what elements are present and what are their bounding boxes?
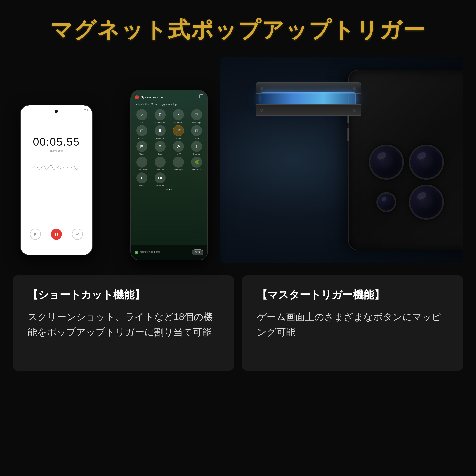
slidedown-icon: ↓ — [136, 157, 147, 168]
dot — [171, 189, 172, 190]
master-trigger-body: ゲーム画面上のさまざまなボタンにマッピング可能 — [257, 309, 448, 340]
camera-array — [369, 145, 444, 220]
record-icon: 🎤 — [173, 125, 184, 136]
icon-label: ·de A — [194, 137, 199, 139]
list-item[interactable]: ○ Null — [133, 109, 150, 124]
screw — [353, 109, 356, 112]
shortcut-info-box: 【ショートカット機能】 スクリーンショット、ライトなど18個の機能をポップアップ… — [13, 275, 234, 371]
shortcut-title: 【ショートカット機能】 — [28, 288, 219, 302]
done-button[interactable]: 完成 — [192, 249, 203, 255]
master-trigger-title: 【マスタートリガー機能】 — [257, 288, 448, 302]
metal-housing-top — [256, 82, 361, 94]
app-name: System launcher — [141, 96, 163, 99]
list-item[interactable]: ⊙ ·nt W — [170, 141, 187, 155]
icon-label: Media Ne — [156, 184, 164, 187]
list-item[interactable]: ⏮ Media — [133, 172, 150, 187]
svg-rect-2 — [55, 233, 56, 236]
icon-label: Slide Right — [173, 169, 183, 171]
camera-lens-small — [376, 192, 396, 212]
screenf-icon: ▪ — [173, 109, 184, 120]
alipay-icon: ⊟ — [136, 141, 147, 152]
check-button[interactable] — [72, 229, 83, 240]
slideright-icon: → — [173, 157, 184, 168]
mode-a-icon: ⊡ — [191, 125, 202, 136]
bottom-bar: ✓ 应用至其他应用程序 完成 — [131, 245, 207, 260]
null-icon: ○ — [136, 109, 147, 120]
app-icon — [135, 95, 139, 99]
title-section: マグネット式ポップアップトリガー — [50, 0, 426, 57]
screw — [260, 87, 263, 90]
screw — [353, 87, 356, 90]
svg-marker-1 — [34, 233, 37, 236]
icon-label: ·nt W — [176, 153, 181, 155]
mode-icon: ⊞ — [136, 125, 147, 136]
list-item[interactable]: ← Slide Left — [152, 157, 168, 171]
wechat-icon: ⊙ — [173, 141, 184, 152]
cleanm-icon: 🗑 — [155, 125, 166, 136]
code-icon: ≡ — [155, 141, 166, 152]
list-item[interactable]: ↓ Slide Down — [133, 157, 150, 171]
metal-housing-bottom — [256, 104, 361, 116]
phone2-header: System launcher — [131, 90, 207, 102]
icon-label: Record — [175, 137, 182, 139]
list-item[interactable]: ⏭ Media Ne — [152, 172, 168, 187]
screw — [260, 109, 263, 112]
camera-lens — [409, 185, 444, 220]
phone1-waveform — [31, 160, 81, 175]
medianext-icon: ⏭ — [155, 172, 166, 183]
icon-label: Flash Light — [192, 121, 201, 124]
list-item[interactable]: ▽ Flash Light — [188, 109, 205, 124]
phone2: System launcher he top/bottom Master Tri… — [130, 90, 208, 260]
list-item[interactable]: ⊞ Mode C — [133, 125, 150, 139]
phones-area: ▾□ 00:05.55 高品質音楽 — [13, 57, 213, 263]
list-item[interactable]: ⊟ Alipay — [133, 141, 150, 155]
list-item[interactable]: ↑ Slide Up — [188, 141, 205, 155]
camera-lens — [369, 145, 404, 180]
flashlight-icon: ▽ — [191, 109, 202, 120]
icon-label: Screen F — [174, 121, 182, 124]
list-item[interactable]: ≡ Code — [152, 141, 168, 155]
trigger-mechanism — [235, 82, 463, 128]
icon-label: Null — [140, 121, 144, 124]
mediaprev-icon: ⏮ — [136, 172, 147, 183]
icon-label: Slide Down — [137, 169, 147, 171]
bottom-text: ✓ 应用至其他应用程序 — [135, 251, 160, 254]
page-title: マグネット式ポップアップトリガー — [50, 15, 426, 45]
phone2-screen: System launcher he top/bottom Master Tri… — [131, 90, 207, 260]
pause-button[interactable] — [51, 229, 62, 240]
phone1-label: 高品質音楽 — [50, 149, 63, 153]
screenshot-icon: ⧉ — [155, 109, 166, 120]
trigger-area — [235, 82, 463, 133]
list-item[interactable]: ⊡ ·de A — [188, 125, 205, 139]
master-trigger-info-box: 【マスタートリガー機能】 ゲーム画面上のさまざまなボタンにマッピング可能 — [242, 275, 463, 371]
icon-label: Slide Up — [193, 153, 200, 155]
icon-grid: ○ Null ⧉ Screensho ▪ Screen F ▽ — [131, 109, 207, 187]
icon-label: Mode C — [138, 137, 145, 139]
hardware-area — [220, 57, 463, 263]
slideleft-icon: ← — [155, 157, 166, 168]
svg-rect-3 — [57, 233, 58, 236]
antforest-icon: 🌿 — [191, 157, 202, 168]
icon-label: Alipay — [139, 153, 145, 155]
phone1: ▾□ 00:05.55 高品質音楽 — [20, 105, 93, 255]
shortcut-body: スクリーンショット、ライトなど18個の機能をポップアップトリガーに割り当て可能 — [28, 309, 219, 340]
phone1-notch — [55, 110, 58, 113]
camera-lens — [409, 145, 444, 180]
slideup-icon: ↑ — [191, 141, 202, 152]
list-item[interactable]: ▪ Screen F — [170, 109, 187, 124]
icon-label: Media — [139, 184, 145, 187]
list-item[interactable]: 🌿 Ant Forest — [188, 157, 205, 171]
phone2-subtitle: he top/bottom Master Trigger to setup — [131, 102, 207, 109]
phone2-corner-icon — [199, 94, 203, 98]
list-item[interactable]: ⧉ Screensho — [152, 109, 168, 124]
page-wrapper: マグネット式ポップアップトリガー ▾□ 00:05.55 高品質音楽 — [0, 0, 476, 476]
bottom-section: 【ショートカット機能】 スクリーンショット、ライトなど18個の機能をポップアップ… — [13, 275, 463, 371]
list-item[interactable]: 🎤 Record — [170, 125, 187, 139]
list-item[interactable]: → Slide Right — [170, 157, 187, 171]
phone1-screen: ▾□ 00:05.55 高品質音楽 — [21, 105, 92, 255]
phone1-controls — [30, 229, 83, 240]
dot — [169, 189, 170, 190]
list-item[interactable]: 🗑 Clean M — [152, 125, 168, 139]
play-button[interactable] — [30, 229, 41, 240]
dot — [166, 189, 168, 190]
